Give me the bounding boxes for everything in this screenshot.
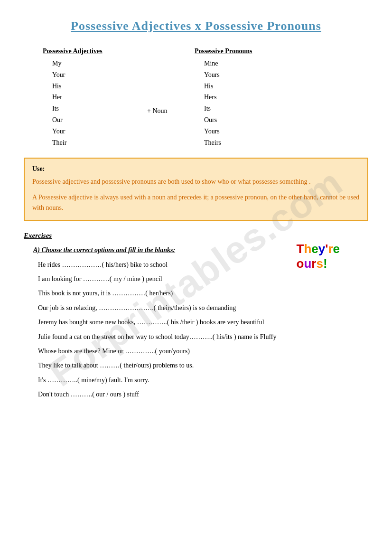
info-para1: Possessive adjectives and possessive pro…	[32, 177, 360, 187]
adj-your2: Your	[52, 126, 147, 137]
pronouns-header: Possessive Pronouns	[195, 47, 289, 55]
exercise-item-7: Whose boots are these? Mine or …………..( y…	[38, 346, 368, 357]
adj-our: Our	[52, 114, 147, 126]
pron-yours2: Yours	[204, 126, 289, 137]
adj-their: Their	[52, 137, 147, 149]
info-para2: A Possessive adjective is always used wi…	[32, 192, 360, 214]
adj-its: Its	[52, 103, 147, 114]
adj-my: My	[52, 58, 147, 69]
page-container: Possessive Adjectives x Possessive Prono…	[24, 19, 368, 400]
page-title: Possessive Adjectives x Possessive Prono…	[24, 19, 368, 33]
exercise-item-6: Julie found a cat on the street on her w…	[38, 332, 368, 342]
adj-her: Her	[52, 92, 147, 103]
pronouns-column: Possessive Pronouns Mine Yours His Hers …	[195, 47, 289, 148]
section-a: A) Choose the correct options and fill i…	[24, 246, 368, 400]
exercise-list: He rides ………………( his/hers) bike to schoo…	[24, 260, 368, 400]
exercise-item-2: I am looking for …………( my / mine ) penci…	[38, 274, 368, 284]
pron-his: His	[204, 81, 289, 92]
adjectives-header: Possessive Adjectives	[43, 47, 147, 55]
pron-ours: Ours	[204, 114, 289, 126]
adj-his: His	[52, 81, 147, 92]
adj-your1: Your	[52, 69, 147, 81]
info-box: Use: Possessive adjectives and possessiv…	[24, 158, 368, 221]
exercise-item-9: It's …………..( mine/my) fault. I'm sorry.	[38, 375, 368, 386]
pronoun-table: Possessive Adjectives My Your His Her It…	[43, 47, 368, 148]
pron-hers: Hers	[204, 92, 289, 103]
exercise-item-8: They like to talk about ………( their/ours)…	[38, 360, 368, 371]
pron-theirs: Theirs	[204, 137, 289, 149]
pron-yours1: Yours	[204, 69, 289, 81]
exercise-item-3: This book is not yours, it is ……………( her…	[38, 288, 368, 299]
plus-noun-label: + Noun	[147, 47, 195, 148]
exercise-item-5: Jeremy has bought some new books, …………..…	[38, 317, 368, 328]
exercise-item-10: Don't touch ……….( our / ours ) stuff	[38, 389, 368, 400]
theyre-ours-text: They're ours!	[297, 242, 340, 271]
pron-its: Its	[204, 103, 289, 114]
adjectives-column: Possessive Adjectives My Your His Her It…	[43, 47, 147, 148]
use-label: Use:	[32, 165, 360, 173]
exercise-item-4: Our job is so relaxing, …………………….( their…	[38, 303, 368, 313]
pron-mine: Mine	[204, 58, 289, 69]
exercises-label: Exercises	[24, 232, 368, 240]
